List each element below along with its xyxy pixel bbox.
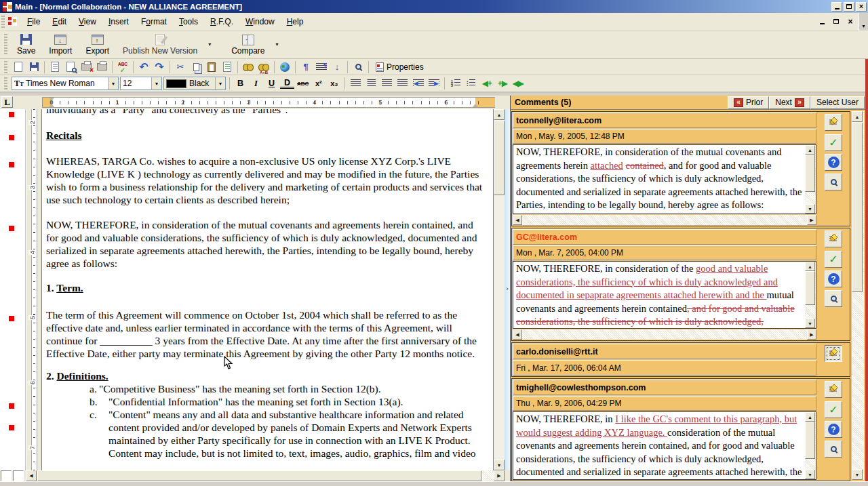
- accept-comment-button[interactable]: ✓: [825, 401, 842, 418]
- menu-format[interactable]: Format: [135, 15, 173, 28]
- scroll-thumb[interactable]: [805, 155, 815, 192]
- show-paragraph-marks-button[interactable]: ¶: [298, 60, 313, 74]
- align-center-button[interactable]: [364, 77, 378, 90]
- comments-vertical-scrollbar[interactable]: ▲ ▼: [852, 111, 864, 480]
- zoom-button[interactable]: [351, 60, 366, 74]
- goto-prev-change-button[interactable]: ◀+: [479, 77, 494, 90]
- scroll-down-button[interactable]: ▼: [494, 460, 505, 470]
- document-page[interactable]: individually as a "Party" and collective…: [42, 109, 494, 470]
- scroll-thumb[interactable]: [852, 123, 863, 292]
- scroll-up-button[interactable]: ▲: [805, 412, 815, 422]
- goto-comment-button[interactable]: [825, 381, 842, 398]
- list-item[interactable]: b. "Confidential Information" has the me…: [46, 395, 486, 408]
- menu-window[interactable]: Window: [239, 15, 281, 28]
- change-marker-icon[interactable]: [9, 316, 14, 321]
- restore-button[interactable]: [844, 2, 854, 12]
- tab-stop-selector[interactable]: L: [1, 96, 13, 108]
- comment-help-button[interactable]: ?: [825, 421, 842, 438]
- heading-definitions[interactable]: 2. Definitions.: [46, 369, 486, 382]
- change-marker-icon[interactable]: [9, 162, 14, 167]
- goto-comment-button[interactable]: [825, 230, 842, 247]
- underline-button[interactable]: U: [264, 77, 279, 90]
- minimize-button[interactable]: [831, 2, 842, 12]
- font-family-select[interactable]: TT Times New Roman ▾: [12, 77, 119, 90]
- justify-button[interactable]: [395, 77, 410, 90]
- accept-comment-button[interactable]: ✓: [825, 134, 842, 151]
- increase-indent-button[interactable]: ▶: [427, 77, 441, 90]
- document-horizontal-scrollbar[interactable]: ◀ ▶: [26, 470, 505, 481]
- copy-button[interactable]: [189, 60, 203, 74]
- font-dropdown-arrow[interactable]: ▾: [108, 77, 118, 89]
- comment-vertical-scrollbar[interactable]: ▲ ▼: [805, 262, 816, 328]
- accept-comment-button[interactable]: ✓: [825, 251, 842, 268]
- view-notes-button[interactable]: [220, 60, 235, 74]
- scroll-right-button[interactable]: ▶: [494, 470, 505, 481]
- next-comment-button[interactable]: Next »: [769, 96, 810, 109]
- import-button[interactable]: ↓ Import: [42, 33, 79, 56]
- comment-preview-button[interactable]: [825, 174, 842, 190]
- compare-dropdown-arrow[interactable]: ▾: [272, 41, 283, 47]
- comment-preview-button[interactable]: [825, 290, 842, 307]
- print-markup-button[interactable]: ×: [79, 60, 94, 74]
- move-down-button[interactable]: ↓: [330, 60, 344, 74]
- comment-help-button[interactable]: ?: [825, 154, 842, 171]
- document-vertical-scrollbar[interactable]: ▲ ▼: [494, 109, 505, 470]
- cut-button[interactable]: ✂: [173, 60, 188, 74]
- goto-change-button[interactable]: ◀▶: [511, 77, 525, 90]
- scroll-left-button[interactable]: ◀: [513, 329, 522, 340]
- undo-button[interactable]: ↶: [136, 60, 151, 74]
- browse-cell[interactable]: [13, 470, 24, 481]
- list-item[interactable]: a. "Competitive Business" has the meanin…: [46, 382, 486, 395]
- mdi-minimize-button[interactable]: [816, 16, 828, 27]
- scroll-left-button[interactable]: ◀: [26, 470, 37, 481]
- scroll-down-button[interactable]: ▼: [852, 469, 863, 480]
- list-item[interactable]: c. "Content" means any and all data and …: [46, 408, 486, 460]
- page-setup-button[interactable]: [47, 60, 62, 74]
- scroll-thumb[interactable]: [37, 470, 481, 481]
- comment-vertical-scrollbar[interactable]: ▲ ▼: [805, 145, 816, 214]
- bullet-list-button[interactable]: •••: [464, 77, 478, 90]
- change-marker-icon[interactable]: [9, 403, 14, 409]
- find-replace-button[interactable]: A+B: [256, 60, 271, 74]
- paragraph-settings-button[interactable]: ¶: [314, 60, 329, 74]
- scroll-right-button[interactable]: ▶: [807, 329, 816, 340]
- web-button[interactable]: [277, 60, 292, 74]
- goto-next-change-button[interactable]: +▶: [495, 77, 509, 90]
- menubar-grip[interactable]: [1, 16, 5, 28]
- scroll-up-button[interactable]: ▲: [805, 145, 815, 155]
- menu-tools[interactable]: Tools: [173, 15, 204, 28]
- change-marker-icon[interactable]: [9, 112, 14, 117]
- scroll-down-button[interactable]: ▼: [805, 319, 815, 328]
- menu-insert[interactable]: Insert: [102, 15, 135, 28]
- heading-term[interactable]: 1. Term.: [46, 281, 486, 294]
- properties-button[interactable]: Properties: [372, 60, 428, 74]
- decrease-indent-button[interactable]: ◀: [411, 77, 425, 90]
- menu-file[interactable]: File: [21, 15, 46, 28]
- menu-rfq[interactable]: R.F.Q.: [204, 15, 239, 28]
- compare-button[interactable]: ↔ Compare: [224, 33, 271, 56]
- horizontal-ruler[interactable]: 0123456: [42, 97, 495, 108]
- right-indent-marker[interactable]: [473, 104, 478, 107]
- new-document-button[interactable]: [11, 60, 26, 74]
- mdi-close-button[interactable]: ×: [844, 16, 856, 27]
- bold-button[interactable]: B: [233, 77, 248, 90]
- scroll-down-button[interactable]: ▼: [805, 470, 815, 479]
- browse-cell[interactable]: [1, 470, 12, 481]
- paragraph-whereas[interactable]: WHEREAS, TARGA Co. wishes to acquire a n…: [46, 155, 486, 206]
- scroll-thumb[interactable]: [805, 422, 815, 459]
- paragraph[interactable]: individually as a "Party" and collective…: [46, 109, 486, 116]
- first-line-indent-marker[interactable]: [49, 98, 54, 101]
- close-button[interactable]: ×: [856, 2, 867, 12]
- export-button[interactable]: ↑ Export: [79, 33, 116, 56]
- size-dropdown-arrow[interactable]: ▾: [151, 77, 161, 89]
- print-preview-button[interactable]: [63, 60, 78, 74]
- toolbar-grip[interactable]: [4, 34, 7, 56]
- font-size-select[interactable]: 12 ▾: [120, 77, 162, 90]
- redo-button[interactable]: ↷: [152, 60, 167, 74]
- comment-vertical-scrollbar[interactable]: ▲ ▼: [805, 412, 816, 479]
- heading-recitals[interactable]: Recitals: [46, 129, 486, 142]
- paragraph-now-therefore[interactable]: NOW, THEREFORE, in consideration of the …: [46, 218, 486, 270]
- comment-preview-button[interactable]: [825, 441, 842, 458]
- numbered-list-button[interactable]: 123: [448, 77, 462, 90]
- comment-body-text[interactable]: NOW, THEREFORE, in I like the GC's comme…: [515, 413, 804, 479]
